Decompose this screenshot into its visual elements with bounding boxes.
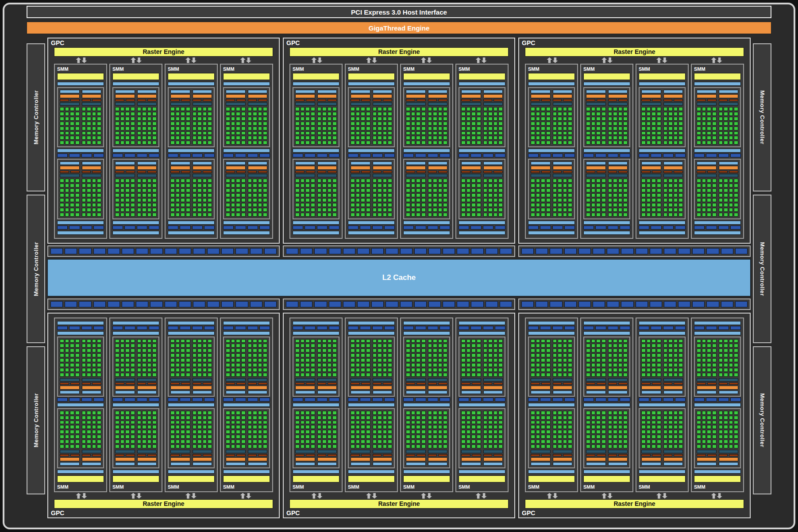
cuda-core [702,339,706,343]
cuda-core [197,179,202,183]
cuda-core [197,213,202,217]
cuda-core [719,430,723,434]
cuda-core [657,122,661,126]
crossbar-segment [329,301,341,307]
cuda-core [493,141,498,145]
cuda-core [115,107,120,111]
cuda-core [97,368,101,372]
cuda-core [60,444,64,448]
cuda-core-grid [586,179,606,216]
cuda-core [536,344,540,348]
texture-unit [439,398,450,402]
instruction-buffer-bar [641,90,661,93]
cuda-core [613,188,617,192]
cuda-core [248,440,252,444]
register-file-bar [586,174,606,177]
cuda-core [613,122,617,126]
cuda-core [428,344,432,348]
cuda-core [97,203,101,207]
cuda-core [719,141,723,145]
dispatch-units [586,454,606,456]
cuda-core [70,411,74,415]
dispatch-unit-bar [428,383,437,385]
cuda-core [203,421,207,425]
cuda-core [443,353,447,357]
cuda-core [258,421,262,425]
cuda-core [231,373,235,377]
cuda-core [193,368,197,372]
cuda-core [488,421,493,425]
cuda-core [541,126,545,130]
instruction-cache-bar [694,82,741,86]
cuda-core [421,353,426,357]
texture-unit [57,153,68,157]
gpc-block: GPCRaster EngineSMMSMMSMMSMM [47,313,280,519]
texture-units-bar [112,326,159,330]
cuda-core [186,368,190,372]
processing-block-partition [193,90,212,145]
cuda-core [186,184,190,188]
cuda-core [712,131,717,135]
cuda-core [498,198,503,202]
cuda-core [142,368,146,372]
cuda-core [65,435,69,439]
cuda-core [356,126,360,130]
crossbar-segment [735,301,748,307]
cuda-core [373,339,377,343]
cuda-core-grid [193,179,212,216]
texture-units-bar [694,226,741,230]
instruction-buffer-bar [531,90,551,93]
cuda-core [493,179,498,183]
cuda-core [82,141,86,145]
dispatch-units [531,99,551,101]
cuda-core [623,416,628,420]
dispatch-unit-bar [70,171,80,173]
cuda-core [724,430,728,434]
shared-memory-bar [293,231,339,235]
cuda-core [618,117,623,121]
texture-unit [483,326,493,330]
cuda-core [328,184,332,188]
dispatch-unit-bar [170,171,180,173]
cuda-core [483,339,488,343]
dispatch-unit-bar [383,99,392,101]
cuda-core [466,411,471,415]
warp-scheduler-bar [586,457,606,461]
processing-block [528,159,575,219]
cuda-core [477,184,481,188]
cuda-core [493,425,498,429]
cuda-core [647,208,651,212]
processing-block-partition [193,411,212,466]
cuda-core [674,430,678,434]
cuda-core [724,440,728,444]
cuda-core-grid [60,339,80,377]
cuda-core [317,430,322,434]
instruction-buffer-bar [351,462,370,466]
cuda-core [443,131,447,135]
cuda-core [388,193,392,197]
warp-scheduler-bar [641,386,661,390]
polymorph-engine-bar [639,73,686,80]
cuda-core [170,188,175,192]
cuda-core [568,203,572,207]
cuda-core [120,339,125,343]
cuda-core [443,117,447,121]
cuda-core [295,368,300,372]
cuda-core [92,193,96,197]
texture-unit [718,326,729,330]
cuda-core [131,339,135,343]
cuda-core [707,339,711,343]
cuda-core [181,444,185,448]
polymorph-engine-bar [528,73,575,80]
dispatch-unit-bar [126,171,135,173]
cuda-core [152,344,157,348]
cuda-core [531,344,535,348]
texture-unit [540,326,551,330]
dispatch-unit-bar [226,454,235,456]
cuda-core [406,193,410,197]
cuda-core [466,348,471,352]
up-arrow-icon [131,57,136,63]
cuda-core [466,136,471,140]
cuda-core [208,358,212,362]
cuda-core [678,188,683,192]
